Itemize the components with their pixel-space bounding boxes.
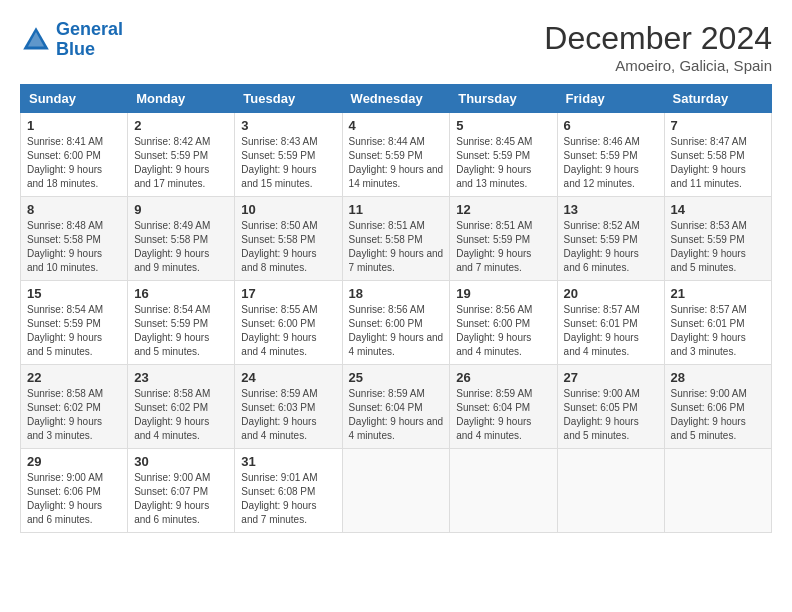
day-number: 20 (564, 286, 658, 301)
day-cell: 15Sunrise: 8:54 AM Sunset: 5:59 PM Dayli… (21, 281, 128, 365)
day-cell: 9Sunrise: 8:49 AM Sunset: 5:58 PM Daylig… (128, 197, 235, 281)
day-info: Sunrise: 8:53 AM Sunset: 5:59 PM Dayligh… (671, 219, 765, 275)
logo: General Blue (20, 20, 123, 60)
col-header-monday: Monday (128, 85, 235, 113)
day-number: 23 (134, 370, 228, 385)
day-number: 26 (456, 370, 550, 385)
day-cell: 20Sunrise: 8:57 AM Sunset: 6:01 PM Dayli… (557, 281, 664, 365)
day-number: 27 (564, 370, 658, 385)
day-number: 3 (241, 118, 335, 133)
day-number: 22 (27, 370, 121, 385)
day-number: 30 (134, 454, 228, 469)
day-number: 14 (671, 202, 765, 217)
day-info: Sunrise: 8:45 AM Sunset: 5:59 PM Dayligh… (456, 135, 550, 191)
day-cell: 14Sunrise: 8:53 AM Sunset: 5:59 PM Dayli… (664, 197, 771, 281)
col-header-friday: Friday (557, 85, 664, 113)
week-row-5: 29Sunrise: 9:00 AM Sunset: 6:06 PM Dayli… (21, 449, 772, 533)
day-info: Sunrise: 8:47 AM Sunset: 5:58 PM Dayligh… (671, 135, 765, 191)
col-header-tuesday: Tuesday (235, 85, 342, 113)
day-cell: 10Sunrise: 8:50 AM Sunset: 5:58 PM Dayli… (235, 197, 342, 281)
day-number: 13 (564, 202, 658, 217)
day-info: Sunrise: 8:57 AM Sunset: 6:01 PM Dayligh… (671, 303, 765, 359)
day-cell: 12Sunrise: 8:51 AM Sunset: 5:59 PM Dayli… (450, 197, 557, 281)
day-info: Sunrise: 8:59 AM Sunset: 6:03 PM Dayligh… (241, 387, 335, 443)
day-info: Sunrise: 8:50 AM Sunset: 5:58 PM Dayligh… (241, 219, 335, 275)
week-row-3: 15Sunrise: 8:54 AM Sunset: 5:59 PM Dayli… (21, 281, 772, 365)
day-cell (664, 449, 771, 533)
week-row-4: 22Sunrise: 8:58 AM Sunset: 6:02 PM Dayli… (21, 365, 772, 449)
day-info: Sunrise: 8:58 AM Sunset: 6:02 PM Dayligh… (27, 387, 121, 443)
day-info: Sunrise: 8:44 AM Sunset: 5:59 PM Dayligh… (349, 135, 444, 191)
day-info: Sunrise: 8:51 AM Sunset: 5:58 PM Dayligh… (349, 219, 444, 275)
day-number: 31 (241, 454, 335, 469)
week-row-1: 1Sunrise: 8:41 AM Sunset: 6:00 PM Daylig… (21, 113, 772, 197)
day-number: 9 (134, 202, 228, 217)
day-number: 24 (241, 370, 335, 385)
day-cell: 23Sunrise: 8:58 AM Sunset: 6:02 PM Dayli… (128, 365, 235, 449)
day-cell: 29Sunrise: 9:00 AM Sunset: 6:06 PM Dayli… (21, 449, 128, 533)
day-number: 5 (456, 118, 550, 133)
logo-icon (20, 24, 52, 56)
day-info: Sunrise: 8:46 AM Sunset: 5:59 PM Dayligh… (564, 135, 658, 191)
day-cell: 27Sunrise: 9:00 AM Sunset: 6:05 PM Dayli… (557, 365, 664, 449)
day-cell: 3Sunrise: 8:43 AM Sunset: 5:59 PM Daylig… (235, 113, 342, 197)
day-cell: 13Sunrise: 8:52 AM Sunset: 5:59 PM Dayli… (557, 197, 664, 281)
day-info: Sunrise: 8:51 AM Sunset: 5:59 PM Dayligh… (456, 219, 550, 275)
col-header-thursday: Thursday (450, 85, 557, 113)
day-cell: 17Sunrise: 8:55 AM Sunset: 6:00 PM Dayli… (235, 281, 342, 365)
day-cell: 6Sunrise: 8:46 AM Sunset: 5:59 PM Daylig… (557, 113, 664, 197)
day-number: 8 (27, 202, 121, 217)
day-number: 6 (564, 118, 658, 133)
day-info: Sunrise: 9:00 AM Sunset: 6:06 PM Dayligh… (671, 387, 765, 443)
day-info: Sunrise: 8:48 AM Sunset: 5:58 PM Dayligh… (27, 219, 121, 275)
day-number: 29 (27, 454, 121, 469)
col-header-saturday: Saturday (664, 85, 771, 113)
day-number: 11 (349, 202, 444, 217)
day-cell: 18Sunrise: 8:56 AM Sunset: 6:00 PM Dayli… (342, 281, 450, 365)
day-info: Sunrise: 8:56 AM Sunset: 6:00 PM Dayligh… (456, 303, 550, 359)
day-number: 7 (671, 118, 765, 133)
calendar-header-row: SundayMondayTuesdayWednesdayThursdayFrid… (21, 85, 772, 113)
day-info: Sunrise: 8:59 AM Sunset: 6:04 PM Dayligh… (349, 387, 444, 443)
day-cell: 26Sunrise: 8:59 AM Sunset: 6:04 PM Dayli… (450, 365, 557, 449)
day-info: Sunrise: 9:00 AM Sunset: 6:06 PM Dayligh… (27, 471, 121, 527)
day-info: Sunrise: 8:54 AM Sunset: 5:59 PM Dayligh… (134, 303, 228, 359)
day-number: 25 (349, 370, 444, 385)
day-cell: 28Sunrise: 9:00 AM Sunset: 6:06 PM Dayli… (664, 365, 771, 449)
page-header: General Blue December 2024 Amoeiro, Gali… (20, 20, 772, 74)
day-number: 19 (456, 286, 550, 301)
day-number: 21 (671, 286, 765, 301)
day-cell (342, 449, 450, 533)
day-info: Sunrise: 8:55 AM Sunset: 6:00 PM Dayligh… (241, 303, 335, 359)
day-info: Sunrise: 9:01 AM Sunset: 6:08 PM Dayligh… (241, 471, 335, 527)
day-number: 1 (27, 118, 121, 133)
day-number: 18 (349, 286, 444, 301)
day-info: Sunrise: 9:00 AM Sunset: 6:05 PM Dayligh… (564, 387, 658, 443)
day-number: 4 (349, 118, 444, 133)
day-info: Sunrise: 8:41 AM Sunset: 6:00 PM Dayligh… (27, 135, 121, 191)
day-number: 10 (241, 202, 335, 217)
day-number: 16 (134, 286, 228, 301)
logo-text: General Blue (56, 20, 123, 60)
day-cell: 16Sunrise: 8:54 AM Sunset: 5:59 PM Dayli… (128, 281, 235, 365)
day-cell: 30Sunrise: 9:00 AM Sunset: 6:07 PM Dayli… (128, 449, 235, 533)
title-block: December 2024 Amoeiro, Galicia, Spain (544, 20, 772, 74)
day-number: 17 (241, 286, 335, 301)
day-number: 28 (671, 370, 765, 385)
day-cell (450, 449, 557, 533)
day-info: Sunrise: 8:54 AM Sunset: 5:59 PM Dayligh… (27, 303, 121, 359)
day-cell: 2Sunrise: 8:42 AM Sunset: 5:59 PM Daylig… (128, 113, 235, 197)
calendar-table: SundayMondayTuesdayWednesdayThursdayFrid… (20, 84, 772, 533)
day-cell (557, 449, 664, 533)
day-cell: 4Sunrise: 8:44 AM Sunset: 5:59 PM Daylig… (342, 113, 450, 197)
day-info: Sunrise: 8:57 AM Sunset: 6:01 PM Dayligh… (564, 303, 658, 359)
day-cell: 19Sunrise: 8:56 AM Sunset: 6:00 PM Dayli… (450, 281, 557, 365)
day-cell: 1Sunrise: 8:41 AM Sunset: 6:00 PM Daylig… (21, 113, 128, 197)
day-cell: 7Sunrise: 8:47 AM Sunset: 5:58 PM Daylig… (664, 113, 771, 197)
day-cell: 8Sunrise: 8:48 AM Sunset: 5:58 PM Daylig… (21, 197, 128, 281)
day-info: Sunrise: 8:42 AM Sunset: 5:59 PM Dayligh… (134, 135, 228, 191)
col-header-sunday: Sunday (21, 85, 128, 113)
week-row-2: 8Sunrise: 8:48 AM Sunset: 5:58 PM Daylig… (21, 197, 772, 281)
col-header-wednesday: Wednesday (342, 85, 450, 113)
day-cell: 31Sunrise: 9:01 AM Sunset: 6:08 PM Dayli… (235, 449, 342, 533)
